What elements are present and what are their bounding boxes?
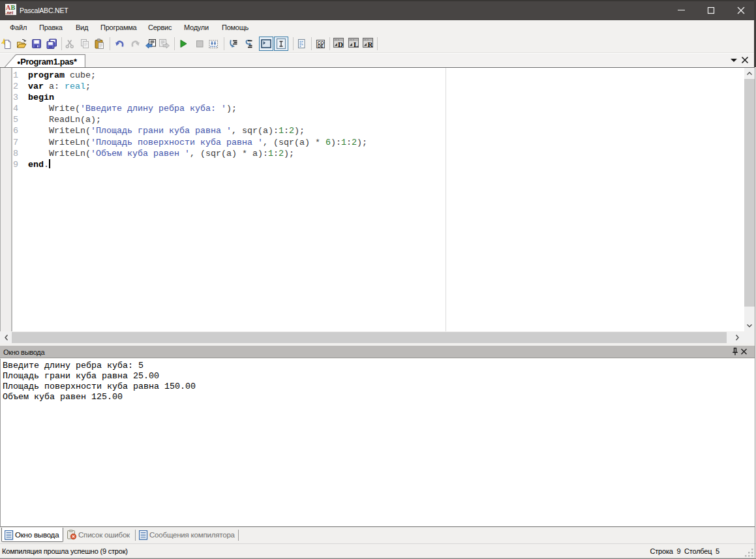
svg-text:DE: DE	[318, 44, 324, 48]
svg-text:L: L	[354, 40, 358, 48]
svg-text:R: R	[368, 40, 374, 48]
svg-text:.net: .net	[6, 10, 14, 15]
svg-text:D: D	[338, 40, 343, 48]
